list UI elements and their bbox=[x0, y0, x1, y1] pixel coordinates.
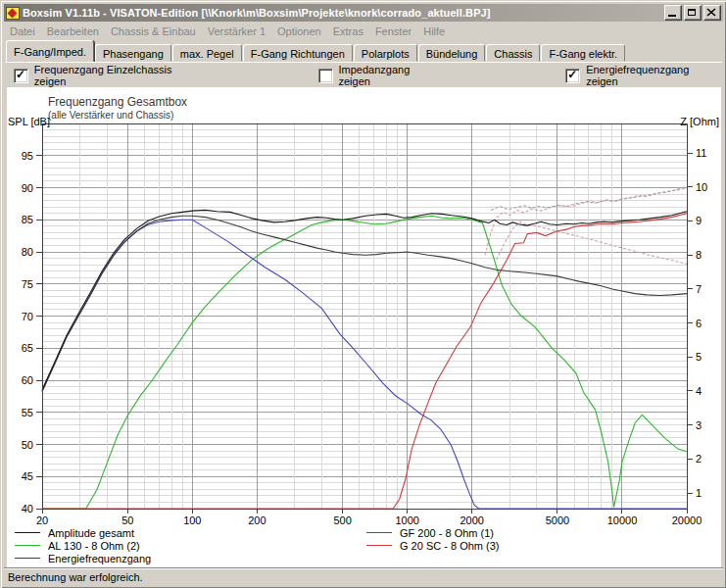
svg-text:2000: 2000 bbox=[460, 514, 483, 524]
legend-item-energiefrequenzgang: Energiefrequenzgang bbox=[15, 552, 151, 564]
y-axis-left-label: SPL [dB] bbox=[8, 116, 50, 127]
svg-text:50: 50 bbox=[22, 439, 33, 451]
svg-text:6: 6 bbox=[696, 318, 702, 329]
app-window: Boxsim V1.11b - VISATON-Edition [\\Knork… bbox=[0, 0, 726, 588]
menu-datei[interactable]: Datei bbox=[4, 24, 41, 39]
frequency-response-plot: 4045505560657075808590951234567891011205… bbox=[7, 87, 721, 524]
menu-optionen[interactable]: Optionen bbox=[271, 24, 327, 39]
checkbox-icon[interactable] bbox=[14, 69, 28, 83]
svg-text:95: 95 bbox=[22, 150, 33, 162]
menu-extras[interactable]: Extras bbox=[327, 24, 369, 39]
tab-buendelung[interactable]: Bündelung bbox=[418, 44, 486, 62]
legend-line-swatch bbox=[366, 532, 392, 533]
legend-line-swatch bbox=[15, 545, 40, 546]
checkbox-label: Frequenzgang Einzelchassis zeigen bbox=[34, 64, 205, 87]
svg-text:1000: 1000 bbox=[395, 514, 418, 524]
svg-text:7: 7 bbox=[696, 283, 702, 295]
option-row: Frequenzgang Einzelchassis zeigen Impeda… bbox=[5, 62, 722, 88]
svg-text:9: 9 bbox=[696, 215, 702, 226]
legend-label: AL 130 - 8 Ohm (2) bbox=[48, 540, 140, 552]
checkbox-icon[interactable] bbox=[565, 69, 580, 83]
legend-item-amplitude: Amplitude gesamt bbox=[15, 526, 151, 539]
svg-text:5: 5 bbox=[696, 351, 702, 363]
checkbox-label: Energiefrequenzgang zeigen bbox=[586, 64, 722, 87]
svg-text:200: 200 bbox=[248, 514, 266, 524]
tab-fgang-elektr[interactable]: F-Gang elektr. bbox=[541, 44, 625, 62]
svg-text:5000: 5000 bbox=[546, 514, 569, 524]
tab-polarplots[interactable]: Polarplots bbox=[354, 44, 417, 62]
y-axis-right-label: Z [Ohm] bbox=[680, 116, 719, 127]
svg-text:80: 80 bbox=[22, 246, 33, 258]
minimize-icon bbox=[668, 15, 676, 17]
legend-item-al130: AL 130 - 8 Ohm (2) bbox=[15, 539, 151, 552]
checkbox-impedanzgang[interactable]: Impedanzgang zeigen bbox=[318, 64, 444, 87]
svg-text:11: 11 bbox=[696, 147, 706, 159]
minimize-button[interactable] bbox=[664, 5, 682, 21]
svg-text:40: 40 bbox=[22, 503, 33, 514]
tab-phasengang[interactable]: Phasengang bbox=[95, 44, 171, 62]
menu-chassis-einbau[interactable]: Chassis & Einbau bbox=[105, 24, 202, 39]
maximize-icon bbox=[688, 9, 696, 16]
legend-label: Energiefrequenzgang bbox=[48, 553, 151, 564]
tab-chassis[interactable]: Chassis bbox=[486, 44, 540, 62]
svg-text:3: 3 bbox=[696, 419, 702, 431]
svg-text:65: 65 bbox=[22, 342, 33, 354]
title-bar: Boxsim V1.11b - VISATON-Edition [\\Knork… bbox=[4, 4, 723, 22]
legend-item-g20sc: G 20 SC - 8 Ohm (3) bbox=[366, 539, 499, 552]
svg-text:90: 90 bbox=[22, 182, 33, 194]
window-title: Boxsim V1.11b - VISATON-Edition [\\Knork… bbox=[23, 7, 664, 19]
menu-hilfe[interactable]: Hilfe bbox=[417, 24, 451, 39]
svg-text:2: 2 bbox=[696, 453, 702, 465]
menu-verstaerker[interactable]: Verstärker 1 bbox=[202, 24, 271, 39]
svg-text:20000: 20000 bbox=[672, 514, 702, 524]
svg-text:10000: 10000 bbox=[607, 514, 638, 524]
svg-text:500: 500 bbox=[333, 514, 351, 524]
svg-text:75: 75 bbox=[22, 278, 33, 290]
svg-text:8: 8 bbox=[696, 249, 702, 261]
maximize-button[interactable] bbox=[684, 5, 702, 21]
tab-fgang-richtungen[interactable]: F-Gang Richtungen bbox=[243, 44, 353, 62]
svg-text:85: 85 bbox=[22, 214, 33, 225]
svg-text:55: 55 bbox=[22, 407, 33, 418]
menu-bar: Datei Bearbeiten Chassis & Einbau Verstä… bbox=[4, 23, 723, 40]
svg-text:4: 4 bbox=[696, 385, 702, 397]
svg-text:100: 100 bbox=[183, 514, 201, 524]
checkbox-label: Impedanzgang zeigen bbox=[339, 64, 444, 87]
app-icon[interactable] bbox=[6, 7, 20, 20]
legend-label: G 20 SC - 8 Ohm (3) bbox=[400, 540, 499, 552]
legend-item-gf200: GF 200 - 8 Ohm (1) bbox=[366, 526, 499, 539]
chart-panel: Frequenzgang Gesamtbox (alle Verstärker … bbox=[7, 87, 721, 567]
legend-line-swatch bbox=[15, 532, 40, 533]
tab-fgang-imped[interactable]: F-Gang/Imped. bbox=[6, 40, 94, 62]
status-message: Berechnung war erfolgreich. bbox=[4, 571, 143, 583]
menu-bearbeiten[interactable]: Bearbeiten bbox=[41, 24, 105, 39]
checkbox-energiefrequenzgang[interactable]: Energiefrequenzgang zeigen bbox=[565, 64, 722, 87]
legend-line-swatch bbox=[15, 558, 40, 559]
close-button[interactable] bbox=[703, 5, 721, 21]
checkbox-icon[interactable] bbox=[318, 69, 333, 83]
close-icon bbox=[706, 8, 716, 17]
svg-text:45: 45 bbox=[22, 470, 33, 482]
chart-subtitle: (alle Verstärker und Chassis) bbox=[48, 110, 173, 121]
tab-max-pegel[interactable]: max. Pegel bbox=[172, 44, 242, 62]
checkbox-frequenzgang-einzelchassis[interactable]: Frequenzgang Einzelchassis zeigen bbox=[14, 64, 205, 87]
svg-text:10: 10 bbox=[696, 181, 707, 193]
svg-text:70: 70 bbox=[22, 311, 33, 322]
svg-text:20: 20 bbox=[36, 514, 48, 524]
legend-label: GF 200 - 8 Ohm (1) bbox=[400, 527, 494, 539]
tab-bar: F-Gang/Imped. Phasengang max. Pegel F-Ga… bbox=[4, 40, 723, 62]
menu-fenster[interactable]: Fenster bbox=[369, 24, 417, 39]
status-bar: Berechnung war erfolgreich. bbox=[4, 567, 723, 585]
legend-label: Amplitude gesamt bbox=[48, 527, 134, 539]
svg-text:60: 60 bbox=[22, 374, 33, 386]
chart-title: Frequenzgang Gesamtbox bbox=[48, 95, 187, 109]
svg-text:50: 50 bbox=[121, 514, 133, 524]
legend-line-swatch bbox=[366, 545, 392, 546]
svg-text:1: 1 bbox=[696, 487, 702, 499]
